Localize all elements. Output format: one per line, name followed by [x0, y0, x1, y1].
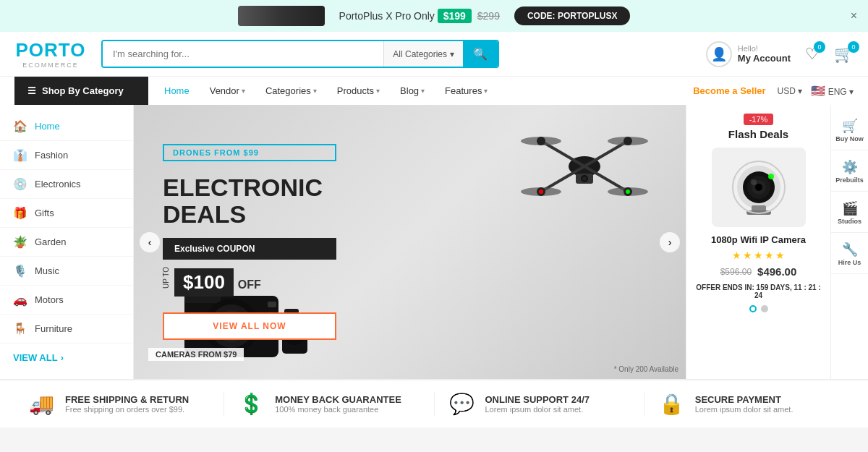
- nav-link-categories[interactable]: Categories ▾: [257, 77, 326, 105]
- furniture-icon: 🪑: [13, 322, 27, 336]
- close-banner-button[interactable]: ×: [851, 9, 857, 22]
- nav-link-home[interactable]: Home: [156, 77, 198, 105]
- sidebar-garden-label: Garden: [35, 236, 66, 247]
- garden-icon: 🪴: [13, 235, 27, 249]
- hire-us-button[interactable]: 🔧 Hire Us: [831, 234, 868, 274]
- nav-link-products[interactable]: Products ▾: [328, 77, 388, 105]
- nav-right: Become a Seller USD ▾ 🇺🇸 ENG ▾: [693, 84, 854, 98]
- cart-badge: 0: [848, 41, 859, 53]
- studios-button[interactable]: 🎬 Studios: [831, 193, 868, 233]
- logo-name: PORTO: [16, 39, 86, 61]
- support-icon: 💬: [449, 392, 475, 416]
- currency-language: USD ▾ 🇺🇸 ENG ▾: [778, 84, 854, 98]
- star-1: ★: [732, 250, 741, 261]
- svg-point-10: [624, 137, 632, 145]
- chevron-down-icon: ▾: [798, 86, 802, 96]
- feature-shipping: 🚚 FREE SHIPPING & RETURN Free shipping o…: [14, 392, 224, 416]
- chevron-down-icon: ▾: [313, 87, 317, 95]
- currency-label: USD: [778, 86, 796, 96]
- nav-link-features[interactable]: Features ▾: [436, 77, 496, 105]
- chevron-down-icon: ▾: [376, 87, 380, 95]
- nav-blog-label: Blog: [400, 85, 419, 96]
- hero-cta-button[interactable]: VIEW ALL NOW: [163, 312, 336, 340]
- svg-point-42: [768, 174, 774, 179]
- currency-selector[interactable]: USD ▾: [778, 86, 803, 96]
- shop-category-button[interactable]: ☰ Shop By Category: [14, 77, 148, 105]
- banner-text: PortoPlus X Pro Only $199 $299: [339, 10, 500, 22]
- gifts-icon: 🎁: [13, 206, 27, 220]
- star-2: ★: [743, 250, 752, 261]
- top-banner: PortoPlus X Pro Only $199 $299 CODE: POR…: [0, 0, 868, 32]
- flash-discount-badge: -17%: [744, 114, 774, 125]
- banner-code[interactable]: CODE: PORTOPLUSX: [514, 7, 630, 25]
- sidebar-item-furniture[interactable]: 🪑 Furniture: [0, 315, 133, 344]
- hero-title-line1: ELECTRONIC: [163, 174, 336, 201]
- sidebar-item-garden[interactable]: 🪴 Garden: [0, 228, 133, 257]
- nav-link-vendor[interactable]: Vendor ▾: [201, 77, 254, 105]
- sidebar-home-label: Home: [35, 121, 60, 132]
- language-selector[interactable]: 🇺🇸 ENG ▾: [811, 84, 854, 98]
- music-icon: 🎙️: [13, 264, 27, 278]
- sidebar-item-fashion[interactable]: 👔 Fashion: [0, 141, 133, 170]
- wishlist-button[interactable]: ♡ 0: [805, 45, 820, 64]
- hire-us-label: Hire Us: [838, 259, 861, 266]
- logo-sub: eCommerce: [22, 61, 79, 69]
- svg-point-16: [539, 189, 543, 194]
- logo[interactable]: PORTO eCommerce: [14, 39, 87, 69]
- category-dropdown[interactable]: All Categories ▾: [383, 41, 463, 67]
- sidebar-item-electronics[interactable]: 💿 Electronics: [0, 170, 133, 199]
- account-hello: Hello!: [738, 44, 791, 53]
- cameras-label: CAMERAS FROM $79: [148, 348, 244, 361]
- home-icon: 🏠: [13, 119, 27, 133]
- shipping-title: FREE SHIPPING & RETURN: [65, 394, 189, 405]
- flash-product-name: 1080p Wifi IP Camera: [694, 234, 823, 245]
- hero-coupon-box: Exclusive COUPON: [163, 238, 336, 260]
- nav-link-blog[interactable]: Blog ▾: [391, 77, 433, 105]
- feature-payment: 🔒 SECURE PAYMENT Lorem ipsum dolor sit a…: [644, 392, 854, 416]
- payment-icon: 🔒: [659, 392, 685, 416]
- search-input[interactable]: [103, 41, 383, 67]
- search-bar: All Categories ▾ 🔍: [101, 40, 499, 68]
- shipping-desc: Free shipping on orders over $99.: [65, 405, 189, 414]
- sidebar-item-motors[interactable]: 🚗 Motors: [0, 286, 133, 315]
- prebuilts-button[interactable]: ⚙️ Prebuilts: [831, 152, 868, 192]
- sidebar-item-music[interactable]: 🎙️ Music: [0, 257, 133, 286]
- ip-camera-svg: [719, 151, 799, 223]
- studios-label: Studios: [838, 218, 861, 225]
- header-right: 👤 Hello! My Account ♡ 0 🛒 0: [706, 41, 854, 67]
- sidebar-motors-label: Motors: [35, 294, 64, 305]
- chevron-right-icon: ›: [61, 352, 64, 363]
- flash-dot-2[interactable]: [761, 305, 768, 312]
- sidebar-fashion-label: Fashion: [35, 150, 68, 161]
- star-4: ★: [765, 250, 774, 261]
- star-3: ★: [754, 250, 763, 261]
- language-label: ENG: [828, 87, 847, 97]
- flash-prices: $596.00 $496.00: [694, 265, 823, 278]
- flash-dot-1[interactable]: [749, 305, 757, 312]
- sidebar-music-label: Music: [35, 265, 59, 276]
- svg-point-17: [626, 189, 630, 194]
- features-bar: 🚚 FREE SHIPPING & RETURN Free shipping o…: [0, 379, 868, 427]
- support-desc: Lorem ipsum dolor sit amet.: [485, 405, 590, 414]
- flag-icon: 🇺🇸: [811, 85, 825, 97]
- sidebar-gifts-label: Gifts: [35, 208, 54, 218]
- banner-promo-text: PortoPlus X Pro Only: [339, 10, 435, 22]
- sidebar-item-gifts[interactable]: 🎁 Gifts: [0, 199, 133, 228]
- hero-content: DRONES FROM $99 ELECTRONIC DEALS Exclusi…: [134, 105, 365, 379]
- sidebar-item-home[interactable]: 🏠 Home: [0, 112, 133, 141]
- electronics-icon: 💿: [13, 177, 27, 191]
- search-button[interactable]: 🔍: [463, 41, 498, 67]
- account-area[interactable]: 👤 Hello! My Account: [706, 41, 791, 67]
- become-seller-link[interactable]: Become a Seller: [693, 85, 765, 96]
- view-all-link[interactable]: VIEW ALL ›: [0, 344, 133, 372]
- nav-home-label: Home: [164, 85, 190, 96]
- buy-now-button[interactable]: 🛒 Buy Now: [831, 111, 868, 150]
- cart-button[interactable]: 🛒 0: [834, 45, 854, 64]
- nav-vendor-label: Vendor: [210, 85, 239, 96]
- sidebar-furniture-label: Furniture: [35, 323, 72, 334]
- star-5: ★: [775, 250, 785, 261]
- payment-desc: Lorem ipsum dolor sit amet.: [695, 405, 793, 414]
- hero-next-button[interactable]: ›: [660, 232, 680, 252]
- svg-point-39: [751, 179, 757, 185]
- sidebar: 🏠 Home 👔 Fashion 💿 Electronics 🎁 Gifts 🪴…: [0, 105, 134, 379]
